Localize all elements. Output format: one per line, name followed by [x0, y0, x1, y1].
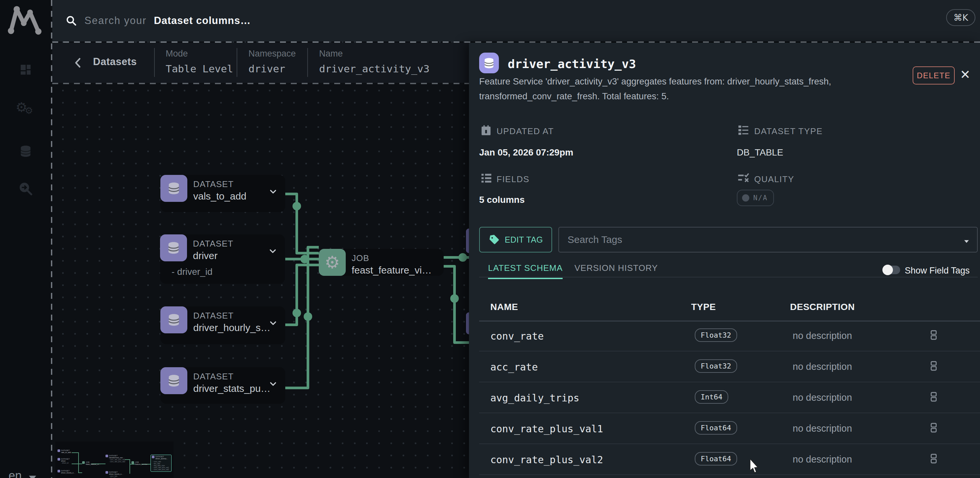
quality-icon	[737, 172, 750, 186]
job-gear-icon: ⚙	[319, 249, 346, 276]
fields-label: FIELDS	[496, 174, 530, 185]
col-header-name: NAME	[490, 302, 518, 312]
dataset-icon	[161, 175, 187, 202]
mode-value: Table Level	[165, 63, 233, 75]
search-explore-icon[interactable]	[18, 181, 33, 196]
dataset-icon	[160, 234, 187, 261]
dataset-node-driver[interactable]: DATASET driver - driver_id	[160, 234, 285, 284]
field-description: no description	[793, 423, 852, 434]
dataset-node-vals-to-add[interactable]: DATASET vals_to_add	[161, 175, 285, 212]
expand-row-icon[interactable]	[929, 330, 938, 342]
status-dot-icon	[742, 194, 749, 202]
field-description: no description	[793, 454, 852, 465]
field-name: conv_rate	[490, 330, 544, 342]
node-name: driver_stats_pu…	[193, 383, 270, 394]
job-icon	[132, 461, 134, 464]
top-bar: Search your Dataset columns… ⌘K	[52, 0, 980, 41]
dataset-node-driver-stats[interactable]: DATASET driver_stats_pu…	[161, 367, 285, 404]
chevron-down-icon[interactable]	[268, 246, 278, 257]
table-row: avg_daily_trips Int64 no description	[479, 382, 980, 413]
job-node-feast-feature[interactable]: ⚙ JOB feast_feature_vi…	[319, 249, 444, 276]
clipped-dataset-node	[466, 312, 469, 335]
field-name: acc_rate	[490, 361, 538, 373]
dataset-node-driver-hourly[interactable]: DATASET driver_hourly_s…	[161, 306, 285, 344]
field-type-badge: Float32	[695, 359, 737, 373]
namespace-block: Namespace driver	[248, 49, 296, 75]
node-type: JOB	[352, 253, 369, 263]
updated-at-label: UPDATED AT	[496, 126, 554, 136]
job-icon	[82, 461, 85, 464]
lineage-graph[interactable]: Datasets Mode Table Level Namespace driv…	[52, 41, 469, 478]
close-icon[interactable]: ✕	[960, 69, 970, 81]
edit-tag-button[interactable]: EDIT TAG	[479, 227, 552, 252]
lineage-minimap[interactable]: DATASETvals_to_add DATASETdriver - drive…	[55, 441, 173, 478]
chevron-down-icon[interactable]	[268, 318, 278, 330]
minimap-edge	[125, 459, 129, 460]
search-placeholder: Search your	[84, 15, 146, 27]
dataset-icon	[152, 456, 154, 458]
tab-version-history[interactable]: VERSION HISTORY	[574, 263, 658, 278]
minimap-node: JOBfeast_feature_vi…	[82, 461, 100, 465]
dataset-icon	[57, 458, 60, 460]
minimap-node: DATASETdriver - driver_id	[57, 458, 70, 464]
expand-row-icon[interactable]	[929, 422, 938, 434]
dataset-type-value: DB_TABLE	[737, 147, 783, 158]
minimap-node: JOBfeature_service…	[132, 461, 149, 465]
dataset-icon	[57, 449, 60, 452]
table-row: conv_rate_plus_val1 Float64 no descripti…	[479, 413, 980, 444]
table-row: acc_rate Float32 no description	[479, 351, 980, 382]
chevron-down-icon[interactable]	[268, 187, 278, 198]
dataset-icon	[105, 455, 108, 457]
name-value: driver_activity_v3	[319, 63, 430, 75]
edit-tag-label: EDIT TAG	[505, 235, 543, 245]
back-chevron-icon[interactable]	[71, 56, 85, 71]
show-field-tags-label: Show Field Tags	[905, 266, 970, 276]
dataset-icon	[479, 53, 499, 73]
minimap-edge	[72, 464, 82, 464]
field-type-badge: Float32	[695, 328, 737, 342]
expand-row-icon[interactable]	[929, 361, 938, 373]
chevron-down-icon[interactable]	[268, 379, 278, 390]
expand-row-icon[interactable]	[929, 392, 938, 403]
fields-list-icon	[480, 172, 493, 186]
datasets-database-icon[interactable]	[18, 144, 33, 158]
quality-label: QUALITY	[754, 174, 794, 185]
calendar-icon	[480, 124, 492, 138]
dropdown-caret-icon[interactable]	[962, 237, 971, 247]
global-search-input[interactable]: Search your Dataset columns…	[65, 0, 251, 41]
keyboard-shortcut-badge: ⌘K	[946, 9, 975, 26]
search-tags-box	[558, 227, 978, 252]
tab-latest-schema[interactable]: LATEST SCHEMA	[488, 263, 563, 279]
col-header-description: DESCRIPTION	[790, 302, 855, 312]
search-placeholder-bold: Dataset columns…	[154, 15, 251, 27]
dataset-description-line2: transformed_conv_rate_fresh. Total featu…	[479, 91, 669, 102]
sidebar-divider	[51, 0, 52, 478]
field-name: conv_rate_plus_val1	[490, 423, 603, 435]
delete-button[interactable]: DELETE	[913, 66, 955, 84]
field-name: avg_daily_trips	[490, 392, 579, 404]
node-name: driver_hourly_s…	[193, 322, 270, 333]
node-field: - driver_id	[172, 267, 212, 277]
quality-value: N/A	[753, 194, 768, 202]
field-type-badge: Int64	[695, 390, 728, 404]
search-tags-input[interactable]	[568, 228, 955, 252]
dashboard-icon[interactable]	[19, 63, 32, 76]
lineage-header: Datasets Mode Table Level Namespace driv…	[52, 43, 469, 83]
show-field-tags-toggle[interactable]	[884, 266, 900, 274]
language-selector[interactable]: en	[8, 469, 36, 478]
quality-badge: N/A	[737, 190, 774, 206]
dataset-detail-panel: driver_activity_v3 DELETE ✕ Feature Serv…	[469, 43, 980, 478]
dataset-description-line1: Feature Service 'driver_activity_v3' agg…	[479, 76, 831, 87]
jobs-gears-icon[interactable]: ⚙⚙	[16, 100, 35, 114]
field-type-badge: Float64	[695, 421, 737, 435]
minimap-node: DATASETvals_to_add	[57, 449, 71, 453]
namespace-label: Namespace	[248, 49, 296, 59]
back-to-datasets-link[interactable]: Datasets	[93, 56, 137, 68]
expand-row-icon[interactable]	[929, 453, 938, 465]
marquez-logo[interactable]	[6, 3, 45, 37]
field-name: conv_rate_plus_val2	[490, 454, 603, 465]
node-name: driver	[193, 250, 218, 261]
tag-icon	[488, 234, 500, 245]
minimap-selected-node: DATASETdriver_activity… - conv_rate - ac…	[151, 455, 172, 472]
clipped-dataset-node	[466, 228, 469, 253]
